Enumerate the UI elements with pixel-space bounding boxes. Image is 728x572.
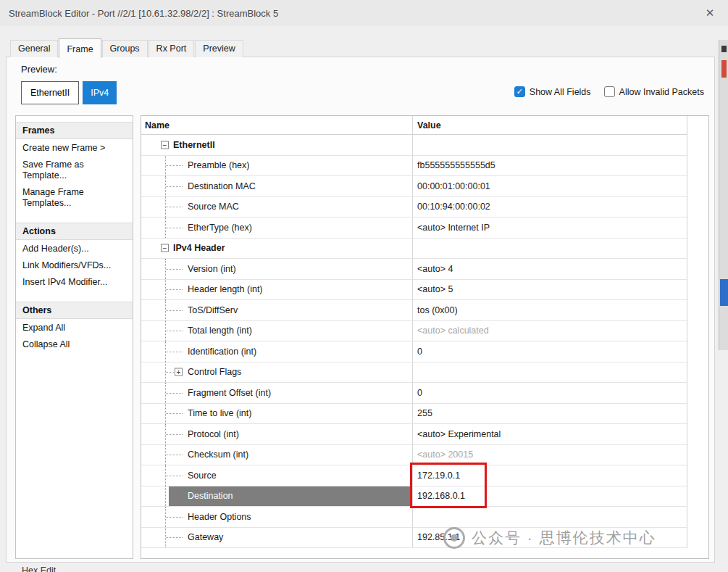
value-cell[interactable]: <auto> calculated <box>412 321 687 341</box>
allow-invalid-packets-checkbox[interactable]: Allow Invalid Packets <box>604 86 704 97</box>
tab-groups[interactable]: Groups <box>102 40 148 57</box>
close-button[interactable]: ✕ <box>700 4 719 22</box>
value-cell[interactable]: <auto> Internet IP <box>412 217 687 238</box>
column-header-value[interactable]: Value <box>412 116 687 134</box>
value-cell[interactable]: 0 <box>412 383 687 403</box>
tree-row-tos-diffserv[interactable]: ToS/DiffServtos (0x00) <box>141 300 687 321</box>
tree-row-destination[interactable]: Destination192.168.0.1 <box>141 486 687 507</box>
row-name-label: ToS/DiffServ <box>188 305 238 315</box>
watermark-logo-icon <box>443 527 465 549</box>
name-cell: Identification (int) <box>141 341 412 362</box>
sidebar-item-insert-ipv4-modifier[interactable]: Insert IPv4 Modifier... <box>16 273 133 290</box>
value-cell[interactable]: <auto> 5 <box>412 280 687 300</box>
value-cell[interactable]: tos (0x00) <box>412 300 687 320</box>
row-name-label: EthernetII <box>173 140 215 150</box>
value-cell[interactable]: 192.168.0.1 <box>412 486 687 507</box>
collapse-icon[interactable]: − <box>161 244 169 252</box>
frame-tab-panel: Preview: EthernetIIIPv4 ✓ Show All Field… <box>6 57 715 563</box>
tree-row-header-options[interactable]: Header Options <box>141 507 687 528</box>
value-cell[interactable]: 172.19.0.1 <box>412 465 687 486</box>
name-cell: Header Options <box>141 507 412 527</box>
value-cell[interactable] <box>412 239 687 259</box>
tree-row-preamble-hex[interactable]: Preamble (hex)fb555555555555d5 <box>141 156 687 177</box>
name-cell: Header length (int) <box>141 280 412 300</box>
tree-row-source[interactable]: Source172.19.0.1 <box>141 465 687 486</box>
value-cell[interactable]: 00:00:01:00:00:01 <box>412 176 687 196</box>
grid-header-row: Name Value <box>141 116 687 135</box>
row-name-label: Destination MAC <box>188 181 256 191</box>
tab-general[interactable]: General <box>10 40 58 57</box>
sidebar-item-expand-all[interactable]: Expand All <box>16 319 133 336</box>
clipped-bottom-label: Hex Edit <box>22 565 56 572</box>
tab-rx-port[interactable]: Rx Port <box>148 40 195 57</box>
check-glyph: ✓ <box>516 87 523 96</box>
tree-guide-line <box>166 228 183 228</box>
tree-row-identification-int[interactable]: Identification (int)0 <box>141 341 687 362</box>
allow-invalid-packets-label: Allow Invalid Packets <box>619 87 704 97</box>
row-name-label: Source <box>188 471 217 481</box>
value-cell[interactable] <box>412 507 687 527</box>
value-cell[interactable] <box>412 362 687 383</box>
tree-row-checksum-int[interactable]: Checksum (int)<auto> 20015 <box>141 445 687 466</box>
sidebar-item-save-frame-as-template[interactable]: Save Frame as Template... <box>16 156 133 183</box>
tree-row-destination-mac[interactable]: Destination MAC00:00:01:00:00:01 <box>141 176 687 197</box>
row-name-label: Preamble (hex) <box>188 160 249 170</box>
tree-row-control-flags[interactable]: +Control Flags <box>141 362 687 384</box>
name-cell: Fragment Offset (int) <box>141 383 412 403</box>
background-scrollbar-thumb[interactable] <box>720 279 728 306</box>
tree-guide-line <box>166 352 183 352</box>
preview-button-ethernetii[interactable]: EthernetII <box>21 81 79 104</box>
name-cell: Destination MAC <box>141 176 412 196</box>
tree-guide-line <box>166 517 183 518</box>
tree-guide-line <box>166 186 183 187</box>
tree-row-protocol-int[interactable]: Protocol (int)<auto> Experimental <box>141 424 687 445</box>
sidebar-item-create-new-frame[interactable]: Create new Frame > <box>16 139 133 156</box>
tree-row-ethernetii[interactable]: −EthernetII <box>141 135 687 156</box>
sidebar-item-link-modifiers-vfds[interactable]: Link Modifiers/VFDs... <box>16 257 133 273</box>
collapse-icon[interactable]: − <box>161 141 169 149</box>
tree-row-header-length-int[interactable]: Header length (int)<auto> 5 <box>141 280 687 301</box>
sidebar-section-others: Others <box>16 302 133 319</box>
name-cell: Protocol (int) <box>141 424 412 444</box>
show-all-fields-checkbox[interactable]: ✓ Show All Fields <box>514 86 591 97</box>
name-cell: ToS/DiffServ <box>141 300 412 320</box>
show-all-fields-label: Show All Fields <box>530 87 591 97</box>
expand-icon[interactable]: + <box>175 368 183 376</box>
tab-frame[interactable]: Frame <box>59 38 101 58</box>
column-header-name[interactable]: Name <box>141 116 412 134</box>
sidebar-section-actions: Actions <box>16 223 133 240</box>
tree-row-version-int[interactable]: Version (int)<auto> 4 <box>141 259 687 280</box>
tree-row-total-length-int[interactable]: Total length (int)<auto> calculated <box>141 321 687 342</box>
value-cell[interactable]: fb555555555555d5 <box>412 156 687 176</box>
preview-button-ipv4[interactable]: IPv4 <box>83 81 117 104</box>
name-cell: Source MAC <box>141 197 412 217</box>
tree-guide-line <box>166 537 183 538</box>
value-cell[interactable]: <auto> Experimental <box>412 424 687 444</box>
tree-guide-line <box>165 486 166 507</box>
row-name-label: Destination <box>188 491 233 501</box>
tree-guide-line <box>166 165 183 166</box>
checkbox-checked-icon: ✓ <box>514 86 525 97</box>
tree-row-time-to-live-int[interactable]: Time to live (int)255 <box>141 404 687 425</box>
name-cell: Preamble (hex) <box>141 156 412 176</box>
tab-preview[interactable]: Preview <box>195 40 243 57</box>
name-cell: −IPv4 Header <box>141 239 412 259</box>
tree-row-fragment-offset-int[interactable]: Fragment Offset (int)0 <box>141 383 687 404</box>
value-cell[interactable]: <auto> 4 <box>412 259 687 279</box>
tree-row-ipv4-header[interactable]: −IPv4 Header <box>141 239 687 260</box>
value-cell[interactable]: 00:10:94:00:00:02 <box>412 197 687 217</box>
value-cell[interactable]: 0 <box>412 341 687 362</box>
checkbox-unchecked-icon <box>604 86 615 97</box>
tree-guide-line <box>166 207 183 207</box>
sidebar-item-manage-frame-templates[interactable]: Manage Frame Templates... <box>16 183 133 211</box>
sidebar-item-collapse-all[interactable]: Collapse All <box>16 336 133 352</box>
sidebar-item-add-header-s[interactable]: Add Header(s)... <box>16 240 133 257</box>
row-name-label: Gateway <box>188 532 223 542</box>
tree-row-source-mac[interactable]: Source MAC00:10:94:00:00:02 <box>141 197 687 218</box>
titlebar: StreamBlock Editor - Port //2/1 [10.61.3… <box>0 0 728 26</box>
value-cell[interactable] <box>412 135 687 155</box>
value-cell[interactable]: 255 <box>412 404 687 424</box>
value-cell[interactable]: <auto> 20015 <box>412 445 687 465</box>
tree-row-ethertype-hex[interactable]: EtherType (hex)<auto> Internet IP <box>141 217 687 239</box>
frame-editor-body: FramesCreate new Frame >Save Frame as Te… <box>15 115 709 559</box>
